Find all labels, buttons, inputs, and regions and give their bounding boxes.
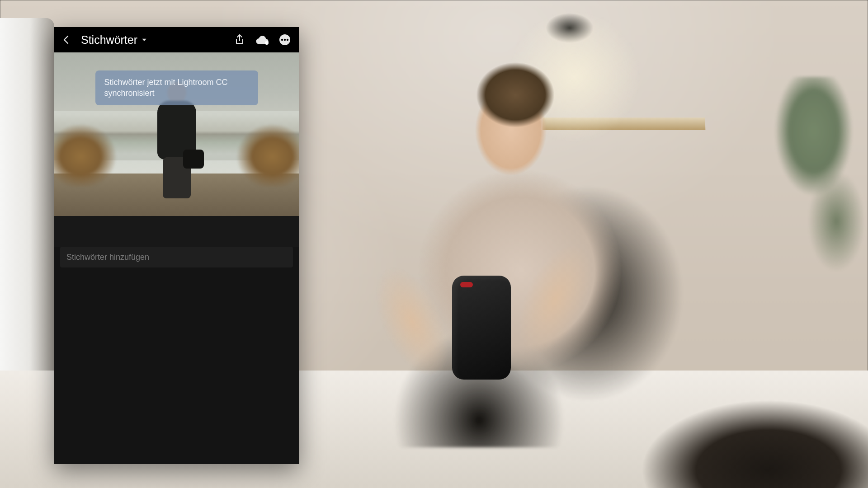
image-preview[interactable]: Stichwörter jetzt mit Lightroom CC synch… [54,52,299,216]
back-button[interactable] [57,30,76,50]
app-toolbar: Stichwörter [54,27,299,52]
svg-marker-0 [142,39,146,41]
svg-point-4 [284,39,286,41]
keyword-input[interactable] [60,247,293,267]
plant [764,77,868,321]
keyword-input-wrap [54,247,299,267]
sync-toast: Stichwörter jetzt mit Lightroom CC synch… [95,70,258,105]
preview-keywords-gap [54,216,299,247]
cloud-sync-button[interactable] [252,30,272,50]
share-icon [234,34,245,46]
sync-toast-text: Stichwörter jetzt mit Lightroom CC synch… [104,78,228,98]
presenter [326,59,633,429]
view-mode-label: Stichwörter [81,33,137,47]
presenter-phone [452,276,511,380]
chevron-down-icon [141,37,147,43]
view-mode-dropdown[interactable]: Stichwörter [79,33,149,47]
more-horizontal-icon [279,34,291,46]
share-button[interactable] [230,30,250,50]
desk-lamp [542,10,615,64]
back-icon [61,34,72,45]
svg-point-3 [281,39,283,41]
svg-point-5 [287,39,288,41]
cloud-sync-icon [255,35,269,45]
monitor-edge [0,18,54,389]
lightroom-mobile-overlay: Stichwörter [54,27,299,464]
keywords-empty-area [54,267,299,464]
svg-point-1 [265,41,269,45]
more-button[interactable] [275,30,295,50]
